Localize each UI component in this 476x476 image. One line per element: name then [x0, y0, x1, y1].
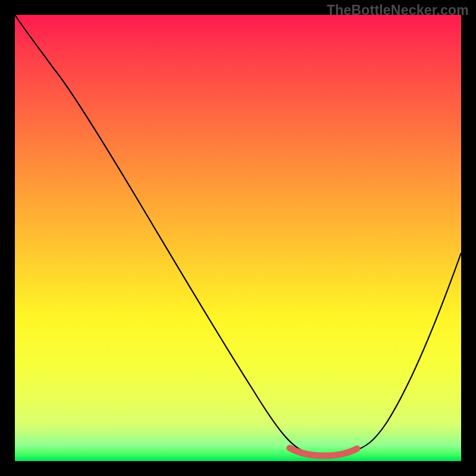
optimum-flat-segment [290, 448, 357, 456]
bottleneck-curve [15, 15, 461, 455]
bottleneck-curve-svg [15, 15, 461, 461]
watermark-text: TheBottleNecker.com [327, 2, 469, 18]
chart-plot-area [15, 15, 461, 461]
